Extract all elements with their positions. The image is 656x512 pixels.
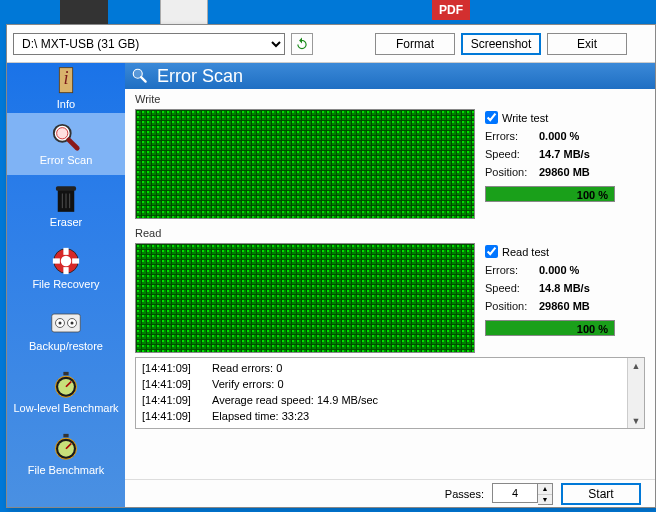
sidebar: i Info Error Scan Eraser [7, 63, 125, 507]
format-button[interactable]: Format [375, 33, 455, 55]
sidebar-item-error-scan[interactable]: Error Scan [7, 113, 125, 175]
exit-button[interactable]: Exit [547, 33, 627, 55]
read-progress-bar: 100 % [485, 320, 615, 336]
magnifier-icon [131, 67, 149, 85]
screenshot-button[interactable]: Screenshot [461, 33, 541, 55]
write-progress-bar: 100 % [485, 186, 615, 202]
speed-label: Speed: [485, 282, 539, 294]
sidebar-item-backup-restore[interactable]: Backup/restore [7, 299, 125, 361]
drive-select[interactable]: D:\ MXT-USB (31 GB) [13, 33, 285, 55]
refresh-button[interactable] [291, 33, 313, 55]
write-section-label: Write [135, 93, 645, 105]
svg-rect-6 [56, 186, 76, 191]
write-position-value: 29860 MB [539, 166, 590, 178]
write-test-checkbox[interactable]: Write test [485, 111, 645, 124]
read-position-value: 29860 MB [539, 300, 590, 312]
page-title-bar: Error Scan [125, 63, 655, 89]
log-line: [14:41:09]Elapsed time: 33:23 [142, 408, 621, 424]
stopwatch-icon [51, 432, 81, 462]
sidebar-item-label: Backup/restore [29, 340, 103, 352]
start-button[interactable]: Start [561, 483, 641, 505]
log-line: [14:41:09]Verify errors: 0 [142, 376, 621, 392]
svg-rect-13 [63, 267, 68, 274]
refresh-icon [295, 37, 309, 51]
passes-input[interactable] [492, 483, 538, 503]
passes-label: Passes: [445, 488, 484, 500]
read-section-label: Read [135, 227, 645, 239]
read-speed-value: 14.8 MB/s [539, 282, 590, 294]
write-errors-value: 0.000 % [539, 130, 579, 142]
errors-label: Errors: [485, 264, 539, 276]
position-label: Position: [485, 300, 539, 312]
write-test-label: Write test [502, 112, 548, 124]
svg-point-19 [59, 322, 62, 325]
svg-rect-15 [72, 258, 79, 263]
svg-point-20 [71, 322, 74, 325]
svg-rect-12 [63, 248, 68, 255]
sidebar-item-eraser[interactable]: Eraser [7, 175, 125, 237]
tape-icon [51, 308, 81, 338]
sidebar-item-label: File Benchmark [28, 464, 104, 476]
svg-rect-28 [63, 434, 68, 438]
log-line: [14:41:09]Read errors: 0 [142, 360, 621, 376]
read-stats: Read test Errors:0.000 % Speed:14.8 MB/s… [485, 243, 645, 353]
write-speed-value: 14.7 MB/s [539, 148, 590, 160]
lifebuoy-icon [51, 246, 81, 276]
footer-bar: Passes: ▲ ▼ Start [125, 479, 655, 507]
sidebar-item-file-benchmark[interactable]: File Benchmark [7, 423, 125, 485]
page-title: Error Scan [157, 66, 243, 87]
read-test-check-input[interactable] [485, 245, 498, 258]
write-test-check-input[interactable] [485, 111, 498, 124]
passes-increment-button[interactable]: ▲ [538, 484, 552, 494]
svg-rect-14 [53, 258, 60, 263]
write-progress-value: 100 % [577, 187, 608, 203]
passes-decrement-button[interactable]: ▼ [538, 494, 552, 504]
sidebar-item-info[interactable]: i Info [7, 63, 125, 113]
scroll-down-icon[interactable]: ▼ [629, 413, 644, 428]
speed-label: Speed: [485, 148, 539, 160]
error-scan-window: D:\ MXT-USB (31 GB) Format Screenshot Ex… [6, 24, 656, 508]
svg-point-3 [57, 128, 68, 139]
trash-icon [51, 184, 81, 214]
sidebar-item-file-recovery[interactable]: File Recovery [7, 237, 125, 299]
read-progress-value: 100 % [577, 321, 608, 337]
read-test-label: Read test [502, 246, 549, 258]
scroll-up-icon[interactable]: ▲ [629, 358, 644, 373]
log-line: [14:41:09]Average read speed: 14.9 MB/se… [142, 392, 621, 408]
sidebar-item-label: File Recovery [32, 278, 99, 290]
position-label: Position: [485, 166, 539, 178]
stopwatch-icon [51, 370, 81, 400]
magnifier-icon [51, 122, 81, 152]
log-output: [14:41:09]Read errors: 0[14:41:09]Verify… [135, 357, 645, 429]
pdf-badge-icon: PDF [432, 0, 470, 20]
sidebar-item-label: Eraser [50, 216, 82, 228]
svg-line-4 [69, 140, 77, 148]
toolbar: D:\ MXT-USB (31 GB) Format Screenshot Ex… [7, 25, 655, 63]
read-errors-value: 0.000 % [539, 264, 579, 276]
sidebar-item-label: Info [57, 98, 75, 110]
write-scan-map [135, 109, 475, 219]
sidebar-item-label: Error Scan [40, 154, 93, 166]
read-test-checkbox[interactable]: Read test [485, 245, 645, 258]
svg-line-30 [141, 77, 146, 82]
errors-label: Errors: [485, 130, 539, 142]
svg-text:i: i [63, 68, 68, 88]
svg-rect-24 [63, 372, 68, 376]
sidebar-item-label: Low-level Benchmark [13, 402, 118, 414]
read-scan-map [135, 243, 475, 353]
svg-point-11 [61, 256, 72, 267]
sidebar-item-low-level-benchmark[interactable]: Low-level Benchmark [7, 361, 125, 423]
main-panel: Error Scan Write Write test Errors:0.000… [125, 63, 655, 507]
info-icon: i [51, 66, 81, 96]
write-stats: Write test Errors:0.000 % Speed:14.7 MB/… [485, 109, 645, 219]
log-scrollbar[interactable]: ▲ ▼ [627, 358, 644, 428]
